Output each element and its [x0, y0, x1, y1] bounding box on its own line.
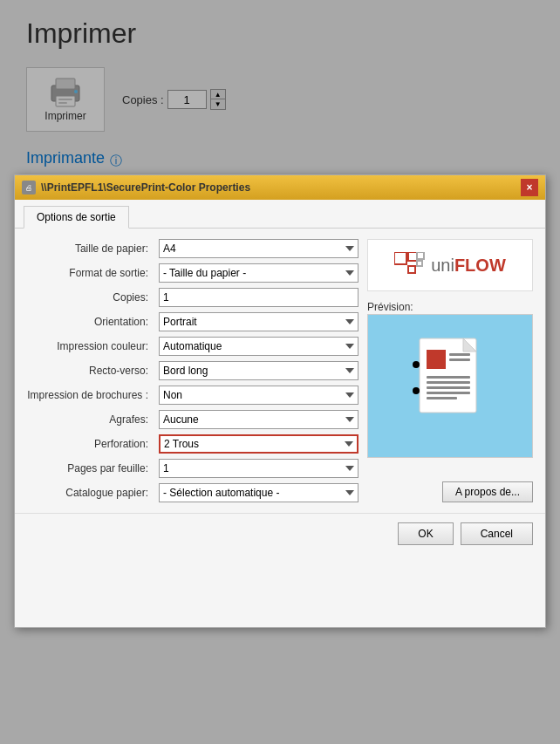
- select-impression-couleur[interactable]: Automatique: [159, 337, 359, 356]
- form-row-catalogue-papier: Catalogue papier: - Sélection automatiqu…: [27, 483, 359, 502]
- select-recto-verso[interactable]: Bord long: [159, 361, 359, 380]
- form-row-orientation: Orientation: Portrait: [27, 312, 359, 331]
- dialog-app-icon: 🖨: [22, 181, 36, 195]
- label-orientation: Orientation:: [27, 316, 154, 328]
- label-format-sortie: Format de sortie:: [27, 267, 154, 279]
- label-copies: Copies:: [27, 291, 154, 304]
- dialog-titlebar: 🖨 \\PrintEPFL1\SecurePrint-Color Propert…: [15, 175, 545, 200]
- input-copies[interactable]: [159, 288, 359, 307]
- uniflow-logo: uniFLOW: [367, 239, 533, 291]
- form-row-brochures: Impression de brochures : Non: [27, 386, 359, 405]
- form-row-taille-papier: Taille de papier: A4: [27, 239, 359, 258]
- preview-box: [367, 314, 533, 458]
- form-row-recto-verso: Recto-verso: Bord long: [27, 361, 359, 380]
- label-catalogue-papier: Catalogue papier:: [27, 487, 154, 499]
- svg-rect-22: [427, 386, 470, 389]
- about-button[interactable]: A propos de...: [442, 481, 533, 502]
- svg-rect-17: [427, 350, 446, 369]
- form-row-copies: Copies:: [27, 288, 359, 307]
- tab-options-sortie[interactable]: Options de sortie: [24, 206, 129, 229]
- svg-rect-13: [417, 252, 424, 259]
- svg-rect-14: [417, 261, 422, 266]
- dialog-close-button[interactable]: ×: [521, 179, 538, 196]
- ok-button[interactable]: OK: [398, 522, 453, 545]
- cancel-button[interactable]: Cancel: [461, 522, 533, 545]
- uniflow-squares-icon: [394, 252, 426, 278]
- uni-text: uni: [431, 256, 454, 276]
- svg-rect-24: [427, 397, 457, 399]
- select-format-sortie[interactable]: - Taille du papier -: [159, 263, 359, 283]
- label-impression-couleur: Impression couleur:: [27, 340, 154, 352]
- select-orientation[interactable]: Portrait: [159, 312, 359, 331]
- printer-properties-dialog: 🖨 \\PrintEPFL1\SecurePrint-Color Propert…: [14, 174, 546, 628]
- select-taille-papier[interactable]: A4: [159, 239, 359, 258]
- dialog-footer: OK Cancel: [15, 513, 545, 554]
- svg-rect-19: [449, 358, 470, 361]
- svg-rect-20: [427, 376, 470, 379]
- svg-rect-23: [427, 392, 470, 394]
- label-recto-verso: Recto-verso:: [27, 365, 154, 377]
- dialog-form: Taille de papier: A4 Format de sortie: -…: [27, 239, 359, 502]
- label-brochures: Impression de brochures :: [27, 389, 154, 401]
- select-catalogue-papier[interactable]: - Sélection automatique -: [159, 483, 359, 502]
- dialog-title: \\PrintEPFL1\SecurePrint-Color Propertie…: [41, 181, 250, 194]
- form-row-pages-feuille: Pages par feuille: 1: [27, 459, 359, 478]
- svg-rect-10: [394, 252, 406, 264]
- svg-rect-21: [427, 381, 470, 384]
- select-agrafes[interactable]: Aucune: [159, 410, 359, 429]
- label-agrafes: Agrafes:: [27, 413, 154, 426]
- form-row-agrafes: Agrafes: Aucune: [27, 410, 359, 429]
- svg-point-26: [413, 387, 420, 394]
- uniflow-icon: [394, 252, 426, 278]
- label-perforation: Perforation:: [27, 438, 154, 450]
- preview-label: Prévision:: [367, 301, 413, 313]
- flow-text: FLOW: [454, 256, 506, 276]
- svg-rect-18: [449, 353, 470, 356]
- dialog-titlebar-left: 🖨 \\PrintEPFL1\SecurePrint-Color Propert…: [22, 181, 250, 195]
- dialog-right-panel: uniFLOW Prévision:: [367, 239, 533, 502]
- select-perforation[interactable]: 2 Trous: [159, 434, 359, 454]
- label-pages-feuille: Pages par feuille:: [27, 462, 154, 474]
- form-row-format-sortie: Format de sortie: - Taille du papier -: [27, 263, 359, 283]
- document-preview-svg: [411, 334, 489, 439]
- preview-section: Prévision:: [367, 298, 533, 458]
- dialog-body: Taille de papier: A4 Format de sortie: -…: [15, 229, 545, 513]
- svg-point-25: [413, 361, 420, 368]
- dialog-tabs: Options de sortie: [15, 200, 545, 229]
- modal-overlay: 🖨 \\PrintEPFL1\SecurePrint-Color Propert…: [0, 0, 560, 744]
- label-taille-papier: Taille de papier:: [27, 242, 154, 255]
- form-row-impression-couleur: Impression couleur: Automatique: [27, 337, 359, 356]
- svg-rect-11: [408, 252, 417, 261]
- svg-rect-12: [408, 266, 415, 273]
- select-brochures[interactable]: Non: [159, 386, 359, 405]
- select-pages-feuille[interactable]: 1: [159, 459, 359, 478]
- form-row-perforation: Perforation: 2 Trous: [27, 434, 359, 454]
